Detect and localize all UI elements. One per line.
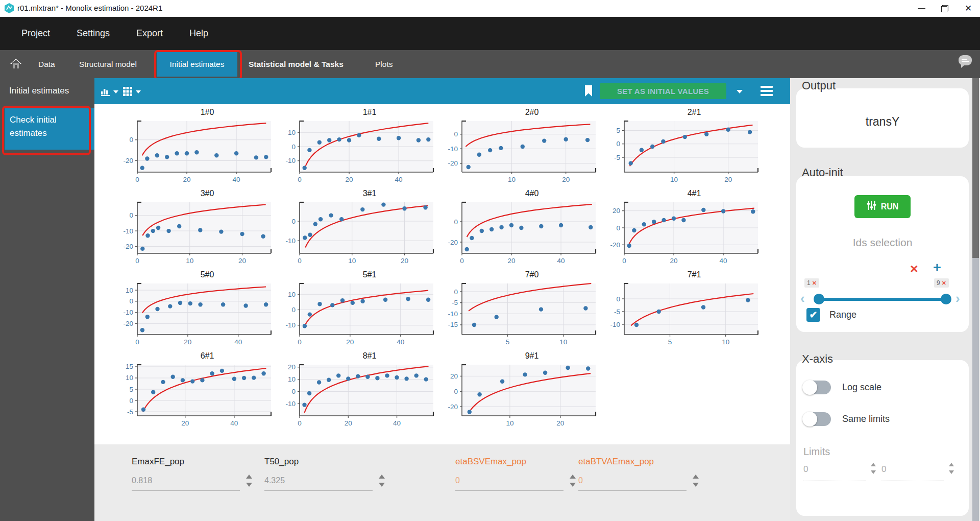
svg-text:-10: -10 [448,310,458,318]
run-button[interactable]: RUN [854,195,911,218]
window-title: r01.mlxtran* - Monolix estimation - 2024… [17,4,162,12]
set-as-initial-values-button[interactable]: SET AS INITIAL VALUES [600,83,726,99]
grid-layout-icon[interactable] [123,87,132,98]
limit-max-stepper[interactable] [948,461,955,478]
svg-text:5: 5 [668,338,672,346]
svg-text:-10: -10 [285,237,296,245]
svg-text:20: 20 [612,207,620,215]
chart-type-caret-icon[interactable] [113,90,118,93]
svg-text:10: 10 [126,287,133,294]
parameter-value-input[interactable] [132,474,240,491]
same-limits-toggle[interactable] [803,412,831,426]
sidebar-item-check-initial-estimates[interactable]: Check initial estimates [5,108,94,150]
svg-text:0: 0 [291,143,296,151]
subplot-canvas: 02040200-20 [603,199,765,268]
tab-statistical-model-tasks[interactable]: Statistical model & Tasks [249,50,344,78]
log-scale-toggle[interactable] [803,381,831,394]
svg-text:40: 40 [557,257,565,265]
tab-bar: Data Structural model Initial estimates … [0,50,980,78]
remove-ids-icon[interactable]: ✕ [910,263,919,275]
limit-min-stepper[interactable] [870,461,877,478]
svg-text:0: 0 [454,388,458,395]
feedback-bubble-icon[interactable] [958,54,973,70]
parameter-stepper[interactable] [378,473,386,490]
svg-text:20: 20 [346,338,354,346]
svg-text:20: 20 [183,176,191,183]
log-scale-label: Log scale [842,382,881,393]
menu-settings[interactable]: Settings [63,28,123,39]
scrollbar-thumb[interactable] [972,78,979,258]
svg-text:-20: -20 [123,243,133,250]
limit-min-input[interactable] [803,462,866,481]
subplot-2-0: 2#010200-10-20 [440,106,603,187]
panel-scrollbar[interactable] [972,78,979,521]
svg-text:40: 40 [720,257,727,265]
slider-handle-min[interactable] [814,294,824,304]
output-selected-value[interactable]: transY [796,115,969,129]
subplot-canvas: 5100-5-10 [603,280,765,349]
monolix-logo-icon [4,3,14,13]
restore-button[interactable] [933,0,957,17]
grid-layout-caret-icon[interactable] [136,90,141,93]
svg-text:0: 0 [460,257,464,265]
minimize-button[interactable] [910,0,933,17]
tab-structural-model[interactable]: Structural model [79,50,137,78]
run-button-label: RUN [881,202,899,211]
subplot-2-1: 2#1102050-5 [603,106,765,187]
svg-text:5: 5 [506,338,510,346]
svg-text:20: 20 [562,176,570,183]
subplot-title: 4#1 [603,187,765,199]
hamburger-menu-icon[interactable] [761,86,773,98]
add-ids-icon[interactable]: + [933,261,941,275]
limit-max-input[interactable] [881,462,944,481]
home-icon[interactable] [10,58,21,72]
subplot-7-0: 7#05100-5-10-15 [440,268,603,349]
svg-text:20: 20 [181,419,189,427]
svg-text:0: 0 [291,218,296,225]
parameter-value-input[interactable] [455,474,564,491]
svg-text:10: 10 [508,176,516,183]
close-icon: ✕ [965,4,972,13]
remove-max-icon[interactable]: ✕ [942,280,946,286]
set-values-caret-icon[interactable] [737,90,743,93]
svg-text:10: 10 [348,257,356,265]
slider-left-chevron-icon[interactable]: ‹ [800,292,805,305]
menu-project[interactable]: Project [8,28,63,39]
sidebar-title: Initial estimates [9,86,69,96]
slider-track[interactable] [815,298,950,301]
parameter-stepper[interactable] [245,473,253,490]
menu-bar: Project Settings Export Help [0,17,980,50]
bookmark-icon[interactable] [584,85,593,99]
settings-panel: Output transY Auto-init RUN Ids selectio… [790,78,980,521]
tab-data[interactable]: Data [38,50,55,78]
svg-text:-10: -10 [285,400,296,408]
close-button[interactable]: ✕ [957,0,980,17]
parameter-value-input[interactable] [264,474,373,491]
x-axis-section-title: X-axis [802,352,833,366]
restore-icon [941,5,948,12]
menu-export[interactable]: Export [123,28,176,39]
svg-text:0: 0 [129,397,133,405]
subplot-title: 4#0 [440,187,603,199]
slider-right-chevron-icon[interactable]: › [955,292,960,305]
output-section-title: Output [802,79,836,92]
parameter-stepper[interactable] [569,473,577,490]
slider-handle-max[interactable] [941,294,951,304]
tab-initial-estimates[interactable]: Initial estimates [157,52,237,77]
subplot-canvas: 0204020100-10 [278,362,440,430]
sliders-icon [867,201,876,212]
svg-text:-20: -20 [123,320,133,327]
range-checkbox[interactable]: ✔ [806,308,820,322]
svg-text:0: 0 [298,419,302,427]
toggle-knob [802,380,817,395]
tab-plots[interactable]: Plots [375,50,393,78]
ids-range-slider[interactable] [815,294,950,305]
parameter-value-input[interactable] [578,474,687,491]
parameter-stepper[interactable] [692,473,700,490]
subplot-title: 7#0 [440,268,603,280]
chart-type-icon[interactable] [101,87,110,98]
subplot-canvas: 020400-20 [440,199,603,268]
remove-min-icon[interactable]: ✕ [812,280,817,286]
menu-help[interactable]: Help [176,28,222,39]
subplot-title: 5#1 [278,268,440,280]
